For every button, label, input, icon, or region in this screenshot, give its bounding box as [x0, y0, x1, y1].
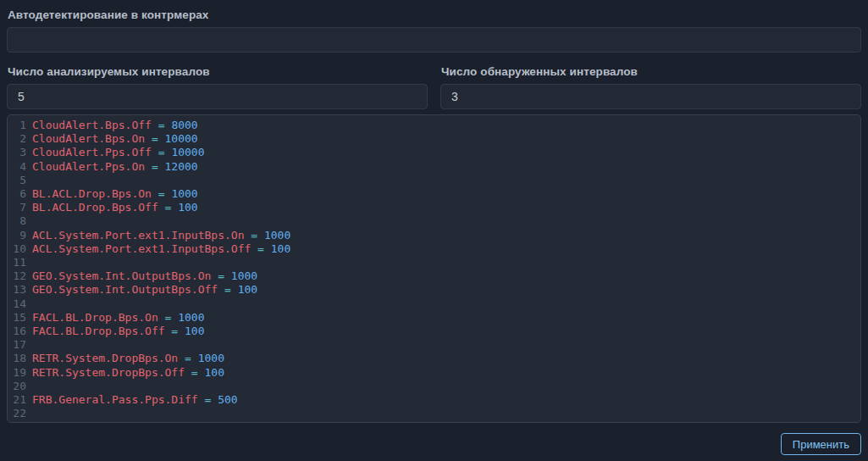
editor-line[interactable]: 8 [8, 214, 860, 228]
editor-line[interactable]: 19RETR.System.DropBps.Off = 100 [8, 366, 860, 380]
editor-line[interactable]: 17 [8, 338, 860, 352]
editor-line[interactable]: 11 [8, 256, 860, 269]
detected-intervals-input[interactable] [440, 84, 861, 109]
line-number: 18 [8, 352, 26, 365]
line-number: 1 [8, 119, 26, 132]
editor-line-text: ACL.System.Port.ext1.InputBps.On = 1000 [32, 229, 290, 242]
analyzed-intervals-input[interactable] [7, 84, 428, 109]
detected-intervals-field: Число обнаруженных интервалов [440, 64, 861, 109]
editor-line-text: CloudAlert.Pps.On = 12000 [32, 160, 198, 174]
code-editor[interactable]: 1CloudAlert.Bps.Off = 80002CloudAlert.Bp… [7, 114, 861, 423]
line-number: 4 [8, 160, 26, 174]
editor-line[interactable]: 10ACL.System.Port.ext1.InputBps.Off = 10… [8, 242, 860, 256]
editor-line[interactable]: 1CloudAlert.Bps.Off = 8000 [8, 119, 860, 132]
editor-line-text: FRB.General.Pass.Pps.Diff = 500 [32, 393, 238, 407]
editor-line-text: GEO.System.Int.OutputBps.Off = 100 [32, 283, 257, 297]
editor-line[interactable]: 5 [8, 174, 860, 187]
editor-line-text: BL.ACL.Drop.Bps.Off = 100 [32, 201, 198, 214]
line-number: 2 [8, 132, 26, 146]
line-number: 10 [8, 242, 26, 256]
autodetect-field: Автодетектирование в контрмерах [7, 8, 861, 53]
editor-line[interactable]: 16FACL.BL.Drop.Bps.Off = 100 [8, 325, 860, 338]
line-number: 17 [8, 338, 26, 352]
line-number: 21 [8, 393, 26, 407]
editor-line[interactable]: 12GEO.System.Int.OutputBps.On = 1000 [8, 269, 860, 283]
autodetect-input[interactable] [7, 27, 861, 53]
editor-line[interactable]: 9ACL.System.Port.ext1.InputBps.On = 1000 [8, 229, 860, 242]
editor-line[interactable]: 4CloudAlert.Pps.On = 12000 [8, 160, 860, 174]
editor-line-text: CloudAlert.Pps.Off = 10000 [32, 146, 205, 159]
analyzed-intervals-label: Число анализируемых интервалов [8, 65, 428, 79]
line-number: 5 [8, 174, 26, 187]
line-number: 14 [8, 297, 26, 311]
line-number: 7 [8, 201, 26, 214]
editor-line[interactable]: 3CloudAlert.Pps.Off = 10000 [8, 146, 860, 159]
line-number: 11 [8, 256, 26, 269]
intervals-row: Число анализируемых интервалов Число обн… [7, 64, 861, 109]
line-number: 6 [8, 187, 26, 201]
apply-button[interactable]: Применить [781, 433, 861, 455]
editor-line[interactable]: 14 [8, 297, 860, 311]
line-number: 8 [8, 214, 26, 228]
editor-line[interactable]: 2CloudAlert.Bps.On = 10000 [8, 132, 860, 146]
editor-line-text: CloudAlert.Bps.On = 10000 [32, 132, 198, 146]
editor-line-text: BL.ACL.Drop.Bps.On = 1000 [32, 187, 198, 201]
editor-line[interactable]: 21FRB.General.Pass.Pps.Diff = 500 [8, 393, 860, 407]
editor-line[interactable]: 6BL.ACL.Drop.Bps.On = 1000 [8, 187, 860, 201]
editor-line[interactable]: 22 [8, 407, 860, 420]
line-number: 19 [8, 366, 26, 380]
line-number: 22 [8, 407, 26, 420]
editor-line-text: CloudAlert.Bps.Off = 8000 [32, 119, 198, 132]
editor-line[interactable]: 7BL.ACL.Drop.Bps.Off = 100 [8, 201, 860, 214]
line-number: 3 [8, 146, 26, 159]
editor-line-text: FACL.BL.Drop.Bps.Off = 100 [32, 325, 205, 338]
editor-line[interactable]: 20 [8, 380, 860, 393]
editor-line-text: GEO.System.Int.OutputBps.On = 1000 [32, 269, 257, 283]
line-number: 15 [8, 311, 26, 325]
line-number: 13 [8, 283, 26, 297]
footer: Применить [7, 433, 861, 455]
editor-line-text: ACL.System.Port.ext1.InputBps.Off = 100 [32, 242, 290, 256]
line-number: 9 [8, 229, 26, 242]
line-number: 16 [8, 325, 26, 338]
line-number: 20 [8, 380, 26, 393]
autodetect-label: Автодетектирование в контрмерах [8, 8, 861, 22]
editor-line-text: RETR.System.DropBps.On = 1000 [32, 352, 224, 365]
editor-line-text: FACL.BL.Drop.Bps.On = 1000 [32, 311, 205, 325]
line-number: 12 [8, 269, 26, 283]
analyzed-intervals-field: Число анализируемых интервалов [7, 64, 428, 109]
editor-line[interactable]: 15FACL.BL.Drop.Bps.On = 1000 [8, 311, 860, 325]
editor-line[interactable]: 18RETR.System.DropBps.On = 1000 [8, 352, 860, 365]
editor-line-text: RETR.System.DropBps.Off = 100 [32, 366, 224, 380]
editor-line[interactable]: 13GEO.System.Int.OutputBps.Off = 100 [8, 283, 860, 297]
detected-intervals-label: Число обнаруженных интервалов [441, 65, 861, 79]
